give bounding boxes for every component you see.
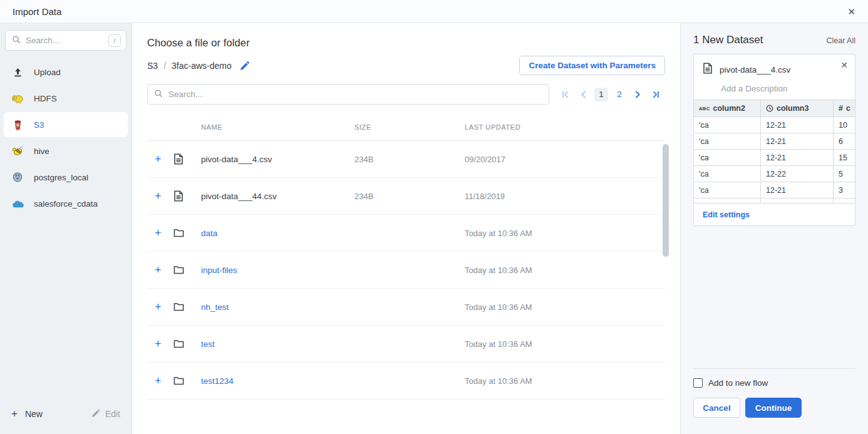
preview-cell: 'ca (694, 150, 761, 166)
last-updated: 11/18/2019 (465, 192, 665, 201)
pencil-icon (91, 409, 100, 420)
file-name[interactable]: pivot-data___44.csv (201, 192, 354, 201)
preview-cell: 15 (834, 150, 855, 166)
pagination-prev-button (576, 88, 590, 101)
salesforce-cloud-icon (11, 199, 24, 209)
preview-cell: 'ca (694, 117, 761, 133)
add-dataset-button[interactable]: + (147, 153, 162, 165)
add-to-new-flow-label: Add to new flow (708, 378, 768, 388)
preview-column-header: #c (834, 100, 855, 117)
table-row[interactable]: +input-filesToday at 10:36 AM (147, 252, 665, 289)
add-dataset-button[interactable]: + (147, 301, 162, 313)
folder-icon (173, 376, 201, 385)
table-row[interactable]: +test1234Today at 10:36 AM (147, 363, 665, 400)
preview-cell: 12-22 (761, 166, 834, 182)
file-search-input[interactable] (168, 90, 542, 99)
edit-settings-link[interactable]: Edit settings (703, 210, 750, 219)
sidebar-search-box[interactable]: / (5, 30, 127, 51)
last-updated: 09/20/2017 (465, 155, 665, 164)
folder-link[interactable]: data (201, 229, 354, 238)
column-header-size: SIZE (354, 123, 465, 131)
pagination-page-2[interactable]: 2 (612, 88, 626, 101)
preview-cell (834, 199, 855, 203)
preview-row-clipped (694, 199, 855, 203)
continue-button[interactable]: Continue (745, 398, 802, 418)
add-to-new-flow-checkbox[interactable] (693, 378, 703, 388)
table-row[interactable]: +nh_testToday at 10:36 AM (147, 289, 665, 326)
folder-link[interactable]: test (201, 339, 354, 349)
scrollbar-thumb[interactable] (663, 144, 669, 257)
preview-cell: 3 (834, 182, 855, 199)
file-icon (703, 63, 713, 76)
edit-connections-button[interactable]: Edit (91, 409, 120, 420)
sidebar-item-postgres_local[interactable]: postgres_local (4, 165, 128, 190)
preview-row: 'ca12-2110 (694, 117, 855, 133)
pagination-next-button[interactable] (631, 88, 644, 101)
preview-cell: 12-21 (761, 133, 834, 150)
sidebar-footer: + New Edit (0, 399, 132, 434)
breadcrumb-current: 3fac-aws-demo (172, 61, 232, 71)
pagination-first-button (558, 88, 572, 101)
search-icon (12, 35, 21, 46)
file-table: +pivot-data___4.csv234B09/20/2017+pivot-… (147, 141, 665, 400)
sidebar-item-s3[interactable]: S3 (4, 112, 128, 137)
add-dataset-button[interactable]: + (147, 264, 162, 276)
table-row[interactable]: +dataToday at 10:36 AM (147, 215, 665, 252)
clear-all-button[interactable]: Clear All (826, 36, 855, 45)
dataset-filename: pivot-data___4.csv (720, 65, 790, 75)
cancel-button[interactable]: Cancel (693, 398, 740, 418)
remove-dataset-button[interactable]: ✕ (840, 60, 848, 70)
import-data-dialog: Import Data ✕ / UploadHDFSS3hivepostgres… (0, 0, 868, 434)
column-header-name: NAME (201, 123, 354, 131)
table-row[interactable]: +pivot-data___44.csv234B11/18/2019 (147, 178, 665, 215)
file-search-box[interactable] (147, 84, 549, 105)
create-dataset-with-parameters-button[interactable]: Create Dataset with Parameters (519, 56, 665, 75)
add-dataset-button[interactable]: + (147, 338, 162, 349)
folder-icon (173, 302, 201, 311)
search-icon (154, 89, 163, 100)
folder-link[interactable]: test1234 (201, 376, 354, 386)
folder-link[interactable]: nh_test (201, 302, 354, 312)
sidebar-item-label: S3 (34, 120, 44, 130)
sidebar-item-label: salesforce_cdata (34, 199, 98, 209)
dataset-preview-table: ABCcolumn2column3#c'ca12-2110'ca12-216'c… (694, 100, 855, 203)
sidebar-item-salesforce_cdata[interactable]: salesforce_cdata (4, 191, 128, 216)
hdfs-elephant-icon (11, 93, 24, 104)
add-description-field[interactable]: Add a Description (694, 76, 855, 100)
new-connection-button[interactable]: + New (11, 408, 43, 420)
preview-cell (694, 199, 761, 203)
upload-icon (11, 67, 24, 78)
breadcrumb-separator: / (163, 61, 166, 71)
page-title: Choose a file or folder (147, 37, 665, 49)
sidebar-item-label: Upload (34, 68, 61, 77)
pagination-last-button[interactable] (649, 88, 663, 101)
edit-path-button[interactable] (240, 61, 250, 71)
preview-cell: 'ca (694, 166, 761, 182)
sidebar-item-hive[interactable]: hive (4, 138, 128, 163)
sidebar-item-upload[interactable]: Upload (4, 59, 128, 85)
add-dataset-button[interactable]: + (147, 190, 162, 202)
close-icon[interactable]: ✕ (847, 7, 855, 16)
last-updated: Today at 10:36 AM (465, 266, 665, 275)
s3-bucket-icon (11, 119, 24, 131)
sidebar-search-input[interactable] (26, 36, 103, 45)
file-icon (173, 153, 201, 165)
add-dataset-button[interactable]: + (147, 375, 162, 386)
last-updated: Today at 10:36 AM (465, 302, 665, 312)
pagination-page-1: 1 (594, 88, 608, 101)
table-row[interactable]: +pivot-data___4.csv234B09/20/2017 (147, 141, 665, 178)
file-table-header: NAME SIZE LAST UPDATED (147, 113, 665, 141)
add-dataset-button[interactable]: + (147, 227, 162, 239)
last-updated: Today at 10:36 AM (465, 229, 665, 238)
file-size: 234B (354, 192, 465, 201)
preview-cell: 12-21 (761, 182, 834, 199)
page-first-icon (561, 91, 569, 98)
sidebar-item-hdfs[interactable]: HDFS (4, 86, 128, 111)
sidebar-item-label: postgres_local (34, 173, 88, 182)
table-row[interactable]: +testToday at 10:36 AM (147, 326, 665, 363)
folder-link[interactable]: input-files (201, 266, 354, 275)
file-name[interactable]: pivot-data___4.csv (201, 155, 354, 164)
breadcrumb-root[interactable]: S3 (147, 61, 158, 71)
preview-cell: 10 (834, 117, 855, 133)
preview-cell: 12-21 (761, 117, 834, 133)
